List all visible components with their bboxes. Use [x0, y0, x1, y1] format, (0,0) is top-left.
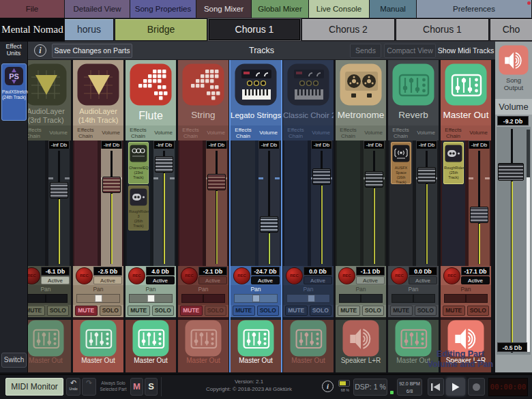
solo-button[interactable]: SOLO: [152, 306, 175, 316]
instrument-icon[interactable]: [28, 63, 67, 106]
mute-global-button[interactable]: M: [130, 378, 143, 396]
track-strip-reverb[interactable]: Reverb EffectsChain Volume AUSFX Space(1…: [388, 60, 439, 372]
volume-fader[interactable]: [206, 149, 227, 266]
output-routing[interactable]: Master Out: [125, 320, 176, 372]
song-output-fader[interactable]: -0.5 Db: [497, 127, 531, 355]
sends-button[interactable]: Sends: [350, 44, 381, 58]
undo-button[interactable]: ↶Undo: [66, 378, 80, 396]
mute-button[interactable]: MUTE: [28, 306, 45, 316]
info-icon-bottom[interactable]: i: [322, 381, 334, 392]
active-button[interactable]: Active: [251, 276, 280, 284]
pan-slider[interactable]: [444, 294, 488, 303]
track-strip-classic-choir-2[interactable]: Classic Choir 2 EffectsChain Volume -inf…: [283, 60, 334, 372]
pan-slider[interactable]: [234, 294, 278, 303]
instrument-icon[interactable]: [340, 63, 382, 106]
section-tab-5[interactable]: Cho: [490, 19, 532, 40]
menu-tab-live-console[interactable]: Live Console: [309, 0, 370, 18]
solo-button[interactable]: SOLO: [257, 306, 280, 316]
fader-handle[interactable]: [50, 182, 68, 198]
fader-handle[interactable]: [365, 171, 383, 188]
rec-button[interactable]: REC: [128, 267, 145, 284]
fader-handle[interactable]: [260, 216, 278, 233]
solo-global-button[interactable]: S: [145, 378, 158, 396]
pan-slider[interactable]: [286, 294, 330, 303]
rec-button[interactable]: REC: [233, 267, 250, 284]
show-midi-tracks-button[interactable]: Show Midi Tracks: [436, 44, 496, 58]
pan-slider[interactable]: [28, 294, 68, 303]
solo-button[interactable]: SOLO: [415, 306, 437, 316]
instrument-icon[interactable]: [130, 63, 172, 106]
active-button[interactable]: Active: [198, 276, 227, 284]
output-routing[interactable]: Speaker L+R: [336, 320, 386, 372]
mute-button[interactable]: MUTE: [338, 306, 360, 316]
active-button[interactable]: Active: [304, 276, 332, 284]
volume-fader[interactable]: [311, 149, 332, 266]
menu-tab-song-properties[interactable]: Song Properties: [130, 0, 196, 18]
effects-chain[interactable]: [284, 141, 308, 266]
rec-button[interactable]: REC: [443, 267, 460, 284]
pan-slider[interactable]: [391, 294, 435, 303]
effect-box[interactable]: ChannelEQ(23rdTrack): [128, 142, 149, 184]
volume-fader[interactable]: [258, 149, 280, 266]
track-strip-flute[interactable]: Flute EffectsChain Volume ChannelEQ(23rd…: [125, 60, 176, 372]
effects-chain[interactable]: [74, 141, 98, 266]
volume-fader[interactable]: [153, 149, 175, 266]
section-tab-0[interactable]: horus: [65, 19, 113, 40]
volume-fader[interactable]: [101, 149, 122, 266]
output-routing[interactable]: Master Out: [28, 320, 71, 372]
pan-slider[interactable]: [76, 294, 120, 303]
effects-chain[interactable]: [28, 141, 45, 266]
mute-button[interactable]: MUTE: [443, 306, 465, 316]
active-button[interactable]: Active: [146, 276, 175, 284]
mute-button[interactable]: MUTE: [180, 306, 203, 316]
record-button[interactable]: [468, 378, 485, 396]
pan-handle[interactable]: [95, 295, 102, 302]
play-button[interactable]: [446, 378, 465, 396]
bpm-display[interactable]: 92.0 BPM6/8: [397, 379, 422, 396]
volume-fader[interactable]: [469, 149, 490, 266]
active-button[interactable]: Active: [93, 276, 122, 284]
rec-button[interactable]: REC: [181, 267, 198, 284]
pan-handle[interactable]: [308, 295, 315, 302]
rec-button[interactable]: REC: [391, 267, 408, 284]
track-strip-audiolayer[interactable]: AudioLayer(14th Track) EffectsChain Volu…: [73, 60, 123, 372]
active-button[interactable]: Active: [356, 276, 385, 284]
effects-chain[interactable]: [179, 141, 203, 266]
output-routing[interactable]: Master Out: [231, 320, 281, 372]
mute-button[interactable]: MUTE: [233, 306, 255, 316]
effect-box[interactable]: RoughRider3(25th Track): [443, 142, 464, 184]
instrument-icon[interactable]: [182, 63, 224, 106]
fader-handle[interactable]: [207, 174, 226, 190]
active-button[interactable]: Active: [41, 276, 70, 284]
solo-button[interactable]: SOLO: [467, 306, 490, 316]
solo-button[interactable]: SOLO: [205, 306, 227, 316]
switch-button[interactable]: Switch: [1, 353, 27, 368]
effect-box[interactable]: RoughRider 3(26th Track): [128, 186, 149, 231]
track-strip-audiolayer[interactable]: AudioLayer(3rd Track) EffectsChain Volum…: [28, 60, 71, 372]
effects-chain[interactable]: RoughRider3(25th Track): [442, 141, 465, 266]
active-button[interactable]: Active: [461, 276, 490, 284]
section-tab-1[interactable]: Bridge: [115, 19, 207, 40]
pan-handle[interactable]: [147, 295, 155, 302]
go-to-start-button[interactable]: [428, 378, 444, 396]
fader-handle[interactable]: [155, 156, 173, 173]
redo-button[interactable]: ↷: [82, 378, 96, 396]
track-strip-string[interactable]: String EffectsChain Volume -inf Db REC -…: [178, 60, 228, 372]
solo-button[interactable]: SOLO: [310, 306, 332, 316]
instrument-icon[interactable]: [77, 63, 119, 106]
instrument-icon[interactable]: [445, 63, 487, 106]
fader-handle[interactable]: [417, 167, 436, 183]
song-output-speaker-icon[interactable]: [499, 45, 529, 75]
always-solo-label[interactable]: Always SoloSelected Part: [97, 381, 130, 393]
compact-view-button[interactable]: Compact View: [384, 44, 436, 58]
pan-slider[interactable]: [129, 294, 173, 303]
track-strip-metronome[interactable]: Metronome EffectsChain Volume -inf Db RE…: [336, 60, 386, 372]
menu-tab-preferences[interactable]: Preferences: [417, 0, 532, 18]
solo-button[interactable]: SOLO: [100, 306, 122, 316]
mute-button[interactable]: MUTE: [285, 306, 308, 316]
effect-unit-paulxstretch[interactable]: PS PaulXStretch(24th Track): [1, 63, 27, 121]
pan-handle[interactable]: [252, 295, 260, 302]
pan-slider[interactable]: [181, 294, 225, 303]
menu-tab-detailed-view[interactable]: Detailed View: [65, 0, 130, 18]
fader-handle[interactable]: [470, 207, 488, 223]
